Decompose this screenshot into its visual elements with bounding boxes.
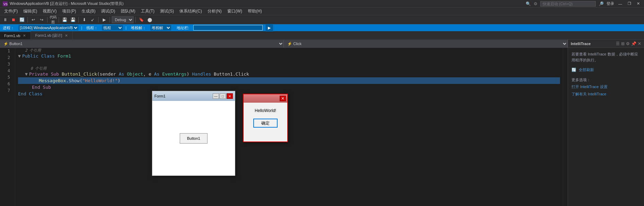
menu-team[interactable]: 团队(M) [118, 8, 138, 15]
form1-window: Form1 — □ ✕ Button1 [152, 91, 235, 176]
msgbox-close-btn[interactable]: ✕ [280, 96, 286, 101]
tab-form1-design[interactable]: Form1.vb [设计] ✕ [31, 32, 73, 39]
intellitrace-settings-icon[interactable]: ⚙ [626, 41, 630, 46]
menu-bar: 文件(F) 编辑(E) 视图(V) 项目(P) 生成(B) 调试(D) 团队(M… [0, 8, 644, 15]
class-selector[interactable]: ⚡ Button1 [0, 40, 284, 48]
menu-file[interactable]: 文件(F) [1, 8, 20, 15]
code-area[interactable]: 2 个引用 ▼ Public Class Form1 0 个引用 [15, 48, 563, 206]
restart-toolbar-btn[interactable]: 🔄 [18, 16, 26, 24]
form1-title-text: Form1 [154, 94, 166, 98]
code-line-1: ▼ Public Class Form1 [18, 53, 560, 59]
menu-build[interactable]: 生成(B) [79, 8, 98, 15]
title-bar: VS WindowsApplicationVB [正在运行] - Microso… [0, 0, 644, 8]
code-line-4: MessageBox .Show( "HelloWorld!" ) [18, 77, 560, 84]
form1-titlebar: Form1 — □ ✕ [152, 91, 235, 101]
bookmark-btn[interactable]: 🔖 [137, 16, 145, 24]
toolbar-sep-7 [135, 17, 136, 23]
menu-project[interactable]: 项目(P) [59, 8, 79, 15]
code-line-6: End Class [18, 91, 560, 97]
save-all-btn[interactable]: 💾 [69, 16, 77, 24]
expand-icon-3[interactable]: ▼ [25, 71, 28, 77]
close-button[interactable]: ✕ [635, 1, 641, 6]
pipe-sep-1: | [81, 26, 82, 30]
form1-maximize-btn[interactable]: □ [220, 93, 226, 99]
window-title: WindowsApplicationVB [正在运行] - Microsoft … [10, 1, 124, 6]
intellitrace-more-section: 更多选项： 打开 IntelliTrace 设置 了解有关 IntelliTra… [571, 77, 641, 97]
form1-minimize-btn[interactable]: — [213, 93, 219, 99]
toolbar-sep-6 [110, 17, 110, 23]
intellitrace-settings-link[interactable]: 打开 IntelliTrace 设置 [571, 85, 608, 89]
go-btn[interactable]: ▶ [265, 24, 273, 32]
play-btn[interactable]: ▶ [100, 16, 108, 24]
expand-icon-1[interactable]: ▼ [18, 53, 21, 59]
msgbox-ok-btn[interactable]: 确定 [253, 119, 278, 128]
minimize-button[interactable]: — [617, 2, 624, 6]
login-button[interactable]: 登录 [607, 1, 614, 6]
thread-dropdown[interactable]: 线程 [102, 25, 123, 31]
form1-close-btn[interactable]: ✕ [227, 93, 233, 99]
form1-body: Button1 [152, 101, 235, 175]
intellitrace-panel: IntelliTrace ☰ ⊞ ⚙ 📌 ✕ 若要查看 IntelliTrace… [568, 40, 644, 206]
msgbox-body: HelloWorld! 确定 [244, 103, 287, 131]
stop-toolbar-btn[interactable]: ⏹ [10, 16, 17, 24]
intellitrace-about-link[interactable]: 了解有关 IntelliTrace [571, 92, 606, 96]
title-bar-left: VS WindowsApplicationVB [正在运行] - Microso… [3, 1, 124, 6]
tab-form1-vb[interactable]: Form1.vb ✕ [0, 32, 31, 39]
code-editor: ⚡ Button1 ⚡ Click 1 2 3 4 5 6 7 2 个引用 [0, 40, 568, 206]
main-area: ⚡ Button1 ⚡ Click 1 2 3 4 5 6 7 2 个引用 [0, 40, 644, 206]
menu-debug[interactable]: 调试(D) [98, 8, 118, 15]
undo-btn[interactable]: ↩ [29, 16, 37, 24]
intellitrace-pin-icon[interactable]: 📌 [631, 41, 636, 46]
menu-test[interactable]: 测试(S) [157, 8, 177, 15]
pipe-sep-2: | [126, 26, 127, 30]
intellitrace-more-label: 更多选项： [571, 77, 641, 83]
menu-view[interactable]: 视图(V) [40, 8, 59, 15]
svg-text:VS: VS [3, 2, 8, 6]
tab-close-form1-design[interactable]: ✕ [64, 34, 68, 37]
quick-launch-input[interactable] [540, 1, 596, 7]
process-label: 进程： [3, 25, 14, 31]
bp-btn[interactable]: ⬤ [146, 16, 153, 24]
code-line-5: End Sub [18, 84, 560, 91]
restore-button[interactable]: ❐ [626, 1, 633, 6]
msgbox-titlebar: ✕ [244, 94, 287, 103]
form1-controls: — □ ✕ [213, 93, 233, 99]
stack-dropdown[interactable]: 堆栈帧 [150, 25, 171, 31]
step-in-btn[interactable]: ↙ [89, 16, 96, 24]
save-btn[interactable]: 💾 [61, 16, 68, 24]
code-line-3: ▼ Private Sub Button1_Click ( sender As … [18, 71, 560, 77]
toolbar-sep-3 [59, 17, 59, 23]
intellitrace-grid-icon[interactable]: ⊞ [621, 41, 625, 46]
menu-edit[interactable]: 编辑(E) [20, 8, 40, 15]
member-selector[interactable]: ⚡ Click [284, 40, 568, 48]
intellitrace-close-icon[interactable]: ✕ [638, 41, 641, 46]
toolbar-sep-2 [47, 17, 48, 23]
toolbar-sep-5 [98, 17, 99, 23]
intellitrace-refresh-section: 🔄 全部刷新 [571, 67, 641, 73]
intellitrace-refresh-link[interactable]: 全部刷新 [579, 68, 594, 72]
code-view-btn[interactable]: 代码图 [49, 16, 57, 24]
intellitrace-list-icon[interactable]: ☰ [616, 41, 620, 46]
step-over-btn[interactable]: ⬇ [80, 16, 88, 24]
toolbar-sep-1 [27, 17, 28, 23]
form1-button1[interactable]: Button1 [180, 133, 207, 144]
line-numbers: 1 2 3 4 5 6 7 [0, 48, 15, 206]
tab-label-form1-vb: Form1.vb [4, 34, 20, 38]
menu-architecture[interactable]: 体系结构(C) [177, 8, 205, 15]
code-line-2 [18, 59, 560, 66]
pause-toolbar-btn[interactable]: ⏸ [1, 16, 9, 24]
menu-analyze[interactable]: 分析(N) [205, 8, 224, 15]
menu-window[interactable]: 窗口(W) [224, 8, 245, 15]
address-input[interactable] [193, 25, 263, 31]
process-dropdown[interactable]: [10940] WindowsApplicationVB [18, 25, 78, 31]
menu-tools[interactable]: 工具(T) [138, 8, 157, 15]
debug-config-dropdown[interactable]: Debug [112, 16, 134, 23]
redo-btn[interactable]: ↪ [38, 16, 45, 24]
intellitrace-content: 若要查看 IntelliTrace 数据，必须中断应用程序的执行。 🔄 全部刷新… [568, 48, 644, 206]
menu-help[interactable]: 帮助(H) [245, 8, 265, 15]
status-bar: 进程： [10940] WindowsApplicationVB | 线程： 线… [0, 24, 644, 31]
stack-label: 堆栈帧： [131, 25, 146, 31]
tab-close-form1-vb[interactable]: ✕ [22, 34, 26, 37]
editor-scrollbar[interactable] [563, 48, 568, 206]
code-line-7 [18, 97, 560, 104]
